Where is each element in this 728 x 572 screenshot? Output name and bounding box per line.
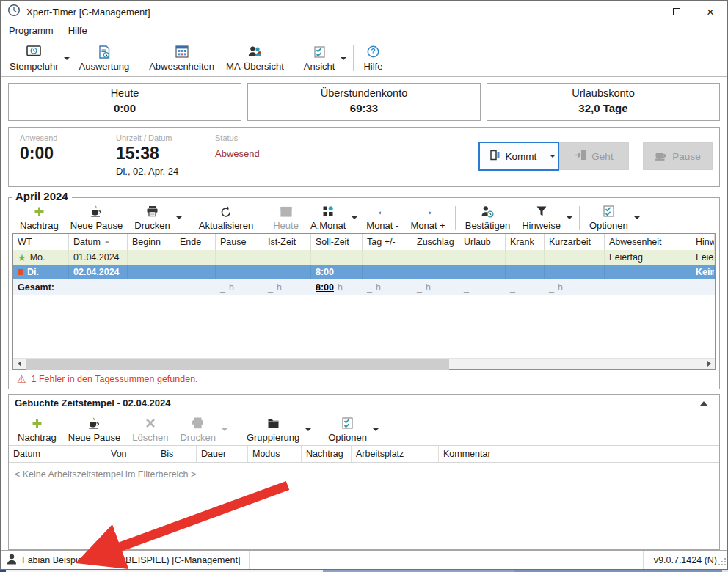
column-header-ende[interactable]: Ende [175,234,216,250]
absence-cell: Feiertag [609,252,643,263]
column-header-pause[interactable]: Pause [216,234,263,250]
filter-funnel-icon [536,205,547,218]
collapse-up-icon[interactable] [700,401,707,406]
chevron-down-icon[interactable] [222,428,228,431]
chevron-down-icon[interactable] [341,57,346,60]
toolbar-button-ansicht[interactable]: Ansicht [298,44,341,73]
current-time: 15:38 [116,144,178,164]
kommt-label: Kommt [506,151,537,162]
scrollbar-thumb[interactable] [26,359,449,370]
toolbar-button-hilfe[interactable]: ? Hilfe [357,44,388,73]
toolbar-button-stempeluhr[interactable]: Stempeluhr [4,44,64,73]
toolbar-label: Abwesenheiten [149,61,214,72]
column-header-dauer[interactable]: Dauer [197,446,248,462]
toolbar-button-aktualisieren[interactable]: Aktualisieren [193,203,259,232]
column-header-tag[interactable]: Tag +/- [363,234,412,250]
toolbar-label: Heute [273,220,299,231]
door-in-icon [489,150,500,163]
horizontal-scrollbar[interactable] [13,358,715,369]
toolbar-button-nachtrag[interactable]: Nachtrag [12,415,62,444]
column-header-datum[interactable]: Datum [9,446,106,462]
chevron-down-icon[interactable] [634,216,640,219]
toolbar-button-optionen[interactable]: Optionen [583,203,634,232]
note-cell: Feiertag [696,252,715,263]
menu-programm[interactable]: Programm [4,23,59,37]
scroll-left-icon[interactable] [13,359,25,369]
toolbar-label: Gruppierung [247,432,299,443]
toolbar-label: Hinweise [522,220,561,231]
column-header-urlaub[interactable]: Urlaub [459,234,506,250]
table-row-tuesday-selected[interactable]: Di. 02.04.2024 8:00 Keine [13,265,715,279]
toolbar-button-drucken[interactable]: Drucken [174,415,221,444]
column-header-krank[interactable]: Krank [506,234,545,250]
stamp-clock-icon [26,45,41,59]
geht-button[interactable]: Geht [559,142,629,170]
checklist-icon [603,205,614,218]
total-target-time: 8:00 [316,282,334,293]
column-header-datum[interactable]: Datum [69,234,128,250]
toolbar-separator [353,45,354,71]
column-header-kurzarbeit[interactable]: Kurzarbeit [545,234,605,250]
close-button[interactable]: × [694,1,727,23]
toolbar-button-heute[interactable]: 12 Heute [267,203,305,232]
column-header-wt[interactable]: WT [13,234,69,250]
table-row-monday[interactable]: ★Mo. 01.04.2024 Feiertag Feiertag [13,250,715,265]
column-header-modus[interactable]: Modus [248,446,302,462]
toolbar-label: Nachtrag [18,432,57,443]
column-header-abwesenheit[interactable]: Abwesenheit [605,234,691,250]
toolbar-button-neue-pause[interactable]: Neue Pause [62,415,127,444]
column-header-kommentar[interactable]: Kommentar [439,446,719,462]
toolbar-button-optionen[interactable]: Optionen [322,415,373,444]
summary-title: Heute [9,87,241,99]
toolbar-button-hinweise[interactable]: Hinweise [516,203,567,232]
maximize-button[interactable] [660,1,694,23]
column-header-zuschlag[interactable]: Zuschlag [412,234,459,250]
toolbar-button-abwesenheiten[interactable]: Abwesenheiten [143,44,220,73]
resize-grip[interactable] [718,558,726,565]
stamps-table-header: Datum Von Bis Dauer Modus Nachtrag Arbei… [9,445,719,463]
toolbar-button-nachtrag[interactable]: Nachtrag [14,203,65,232]
app-window: Xpert-Timer [C-Management] × Programm Hi… [0,0,728,572]
toolbar-button-loeschen[interactable]: Löschen [126,415,174,444]
chevron-down-icon[interactable] [373,428,379,431]
chevron-down-icon[interactable] [176,216,182,219]
report-icon [98,45,110,59]
column-header-nachtrag[interactable]: Nachtrag [302,446,352,462]
toolbar-button-ma-uebersicht[interactable]: MA-Übersicht [220,44,290,73]
help-icon: ? [367,45,379,59]
toolbar-button-monat-plus[interactable]: → Monat + [404,203,451,232]
anwesend-value: 0:00 [20,144,57,164]
toolbar-button-monat-minus[interactable]: ← Monat - [360,203,404,232]
minimize-button[interactable] [626,1,660,23]
column-header-hinweise[interactable]: Hinweise [691,234,715,250]
statusbar-user: Fabian Beispiel (FABIAN.BEISPIEL) [C-Man… [1,551,250,569]
column-header-ist-zeit[interactable]: Ist-Zeit [263,234,311,250]
scroll-right-icon[interactable] [703,359,715,369]
chevron-down-icon[interactable] [567,216,572,219]
toolbar-button-neue-pause[interactable]: Neue Pause [65,203,129,232]
toolbar-button-bestaetigen[interactable]: Bestätigen [459,203,516,232]
kommt-dropdown[interactable] [547,143,558,169]
column-header-bis[interactable]: Bis [156,446,197,462]
svg-text:12: 12 [283,210,289,216]
column-header-von[interactable]: Von [106,446,156,462]
chevron-down-icon[interactable] [64,57,70,60]
column-header-beginn[interactable]: Beginn [128,234,175,250]
toolbar-button-drucken[interactable]: Drucken [128,203,175,232]
table-empty-area [13,295,715,358]
printer-icon [146,205,159,218]
column-header-soll-zeit[interactable]: Soll-Zeit [311,234,363,250]
toolbar-button-auswertung[interactable]: Auswertung [73,44,135,73]
month-title: April 2024 [12,190,72,202]
weekday: Mo. [30,252,46,263]
user-text: Fabian Beispiel (FABIAN.BEISPIEL) [C-Man… [22,555,240,565]
toolbar-separator [139,45,139,71]
toolbar-button-gruppierung[interactable]: Gruppierung [241,415,305,444]
chevron-down-icon[interactable] [305,428,311,431]
menu-hilfe[interactable]: Hilfe [63,23,92,37]
toolbar-button-a-monat[interactable]: A:Monat [305,203,352,232]
chevron-down-icon[interactable] [352,216,357,219]
pause-button[interactable]: Pause [643,142,713,170]
column-header-arbeitsplatz[interactable]: Arbeitsplatz [352,446,439,462]
kommt-button[interactable]: Kommt [478,142,559,171]
